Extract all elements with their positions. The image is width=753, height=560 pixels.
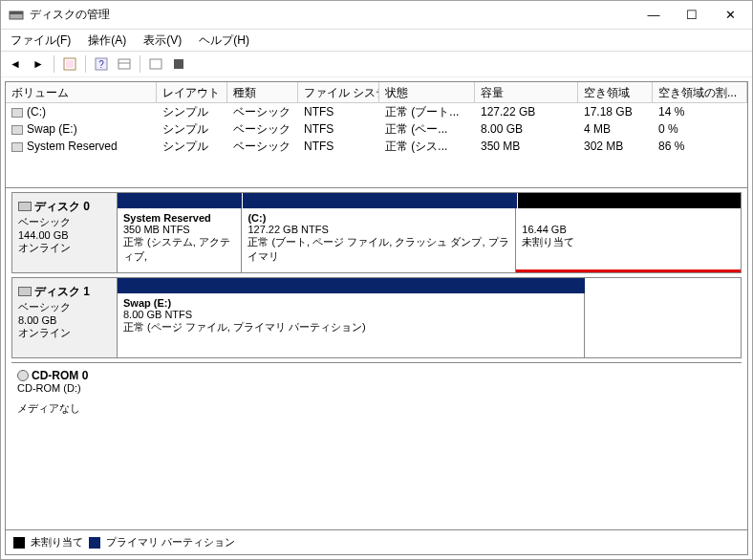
menu-help[interactable]: ヘルプ(H) [195, 31, 253, 51]
volume-row[interactable]: (C:) シンプル ベーシック NTFS 正常 (ブート... 127.22 G… [6, 103, 747, 120]
forward-button[interactable]: ► [28, 54, 49, 75]
svg-rect-6 [118, 59, 130, 69]
svg-rect-9 [174, 59, 183, 69]
disk-row[interactable]: ディスク 0 ベーシック 144.00 GB オンライン [11, 192, 742, 273]
partition-bar [118, 193, 242, 208]
disk-info: CD-ROM 0 CD-ROM (D:) メディアなし [11, 363, 117, 429]
volume-row[interactable]: System Reserved シンプル ベーシック NTFS 正常 (シス..… [6, 138, 747, 155]
legend: 未割り当て プライマリ パーティション [6, 529, 747, 554]
volume-grid-body: (C:) シンプル ベーシック NTFS 正常 (ブート... 127.22 G… [6, 103, 747, 187]
disk-info: ディスク 0 ベーシック 144.00 GB オンライン [12, 193, 118, 272]
partition-bar [518, 193, 741, 208]
back-button[interactable]: ◄ [5, 54, 26, 75]
unallocated-box[interactable]: 16.44 GB 未割り当て [516, 208, 741, 272]
view-list-button[interactable] [114, 54, 135, 75]
disk-icon [18, 202, 32, 211]
minimize-button[interactable]: — [643, 5, 664, 26]
col-filesystem[interactable]: ファイル システム [298, 82, 379, 102]
svg-rect-1 [10, 11, 23, 14]
menu-view[interactable]: 表示(V) [140, 31, 185, 51]
cdrom-icon [17, 370, 29, 381]
svg-text:?: ? [98, 59, 104, 70]
legend-label: 未割り当て [31, 535, 83, 549]
disk-management-window: ディスクの管理 — ☐ ✕ ファイル(F) 操作(A) 表示(V) ヘルプ(H)… [0, 0, 753, 560]
refresh-button[interactable] [59, 54, 80, 75]
col-status[interactable]: 状態 [379, 82, 475, 102]
close-button[interactable]: ✕ [720, 5, 741, 26]
legend-swatch-unallocated [13, 537, 25, 549]
legend-swatch-primary [89, 537, 100, 549]
volume-icon [11, 142, 23, 152]
partition-box[interactable]: (C:) 127.22 GB NTFS 正常 (ブート, ページ ファイル, ク… [242, 208, 516, 272]
col-freepct[interactable]: 空き領域の割... [653, 82, 747, 102]
menu-file[interactable]: ファイル(F) [7, 31, 75, 51]
volume-icon [11, 108, 23, 118]
svg-rect-3 [66, 60, 74, 68]
disk-row[interactable]: ディスク 1 ベーシック 8.00 GB オンライン Swap (E:) 8.0… [11, 277, 742, 358]
col-capacity[interactable]: 容量 [475, 82, 578, 102]
toolbar: ◄ ► ? [1, 51, 752, 77]
col-free[interactable]: 空き領域 [578, 82, 653, 102]
partition-bar [118, 278, 585, 293]
disk-icon [18, 287, 32, 296]
partition-box[interactable]: System Reserved 350 MB NTFS 正常 (システム, アク… [118, 208, 242, 272]
legend-label: プライマリ パーティション [106, 535, 235, 549]
disk-panel: ディスク 0 ベーシック 144.00 GB オンライン [6, 187, 747, 529]
col-type[interactable]: 種類 [227, 82, 298, 102]
cdrom-row[interactable]: CD-ROM 0 CD-ROM (D:) メディアなし [11, 362, 742, 429]
volume-row[interactable]: Swap (E:) シンプル ベーシック NTFS 正常 (ペー... 8.00… [6, 120, 747, 138]
content-area: ボリューム レイアウト 種類 ファイル システム 状態 容量 空き領域 空き領域… [5, 81, 748, 555]
settings-button[interactable] [168, 54, 189, 75]
col-volume[interactable]: ボリューム [6, 82, 157, 102]
maximize-button[interactable]: ☐ [681, 5, 702, 26]
titlebar[interactable]: ディスクの管理 — ☐ ✕ [1, 1, 752, 30]
menubar: ファイル(F) 操作(A) 表示(V) ヘルプ(H) [1, 30, 752, 51]
partition-bar [243, 193, 517, 208]
col-layout[interactable]: レイアウト [157, 82, 227, 102]
disk-info: ディスク 1 ベーシック 8.00 GB オンライン [12, 278, 118, 357]
svg-rect-8 [150, 59, 161, 69]
volume-icon [11, 125, 23, 135]
help-button[interactable]: ? [91, 54, 112, 75]
partition-box[interactable]: Swap (E:) 8.00 GB NTFS 正常 (ページ ファイル, プライ… [118, 293, 585, 357]
window-title: ディスクの管理 [30, 7, 643, 23]
app-icon [9, 8, 24, 23]
volume-grid-header: ボリューム レイアウト 種類 ファイル システム 状態 容量 空き領域 空き領域… [6, 82, 747, 103]
menu-action[interactable]: 操作(A) [84, 31, 130, 51]
properties-button[interactable] [145, 54, 166, 75]
